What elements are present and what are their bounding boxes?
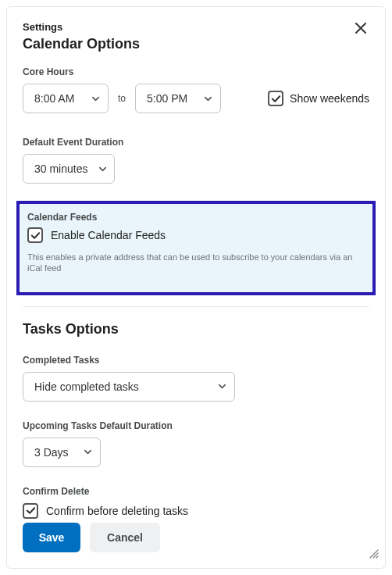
calendar-feeds-label: Calendar Feeds	[27, 212, 365, 223]
core-hours-start-select[interactable]: 8:00 AM	[23, 84, 109, 113]
core-hours-label: Core Hours	[23, 66, 369, 77]
settings-label: Settings	[23, 21, 140, 33]
enable-feeds-checkbox[interactable]	[27, 227, 43, 243]
completed-tasks-label: Completed Tasks	[23, 355, 369, 366]
dialog-footer: Save Cancel	[23, 523, 160, 552]
title-stack: Settings Calendar Options	[23, 21, 140, 66]
settings-dialog: Settings Calendar Options Core Hours 8:0…	[6, 6, 386, 569]
dialog-header: Settings Calendar Options	[23, 21, 369, 66]
upcoming-duration-select[interactable]: 3 Days	[23, 438, 101, 467]
chevron-down-icon	[218, 382, 226, 391]
confirm-delete-checkbox-label: Confirm before deleting tasks	[46, 505, 188, 517]
enable-feeds-row: Enable Calendar Feeds	[27, 227, 365, 243]
completed-tasks-value: Hide completed tasks	[34, 380, 139, 393]
close-button[interactable]	[352, 20, 369, 37]
resize-handle[interactable]	[368, 548, 379, 562]
confirm-delete-row: Confirm before deleting tasks	[23, 503, 369, 519]
core-hours-to-label: to	[118, 93, 126, 104]
show-weekends-label: Show weekends	[290, 92, 369, 105]
check-icon	[271, 94, 281, 104]
completed-tasks-select[interactable]: Hide completed tasks	[23, 372, 235, 402]
chevron-down-icon	[84, 448, 92, 456]
enable-feeds-label: Enable Calendar Feeds	[51, 229, 166, 241]
core-hours-end-select[interactable]: 5:00 PM	[135, 84, 221, 113]
default-duration-section: Default Event Duration 30 minutes	[23, 137, 369, 184]
default-duration-label: Default Event Duration	[23, 137, 369, 148]
feeds-description: This enables a private address that can …	[27, 252, 365, 274]
page-title: Calendar Options	[23, 36, 140, 52]
core-hours-end-value: 5:00 PM	[147, 92, 187, 105]
default-duration-select[interactable]: 30 minutes	[23, 154, 115, 184]
chevron-down-icon	[204, 95, 212, 103]
chevron-down-icon	[91, 95, 100, 103]
completed-tasks-section: Completed Tasks Hide completed tasks	[23, 355, 369, 402]
core-hours-start-value: 8:00 AM	[34, 92, 74, 105]
confirm-delete-section: Confirm Delete Confirm before deleting t…	[23, 486, 369, 519]
core-hours-row: 8:00 AM to 5:00 PM Show weekends	[23, 84, 369, 113]
default-duration-value: 30 minutes	[34, 162, 87, 175]
core-hours-section: Core Hours 8:00 AM to 5:00 PM Show weeke…	[23, 66, 369, 113]
upcoming-duration-section: Upcoming Tasks Default Duration 3 Days	[23, 420, 369, 467]
upcoming-duration-value: 3 Days	[34, 446, 69, 459]
show-weekends-group: Show weekends	[268, 91, 369, 106]
resize-icon	[368, 548, 379, 559]
tasks-heading: Tasks Options	[23, 321, 369, 338]
check-icon	[30, 230, 41, 241]
close-icon	[355, 23, 366, 34]
chevron-down-icon	[98, 165, 107, 173]
divider	[23, 306, 369, 307]
confirm-delete-label: Confirm Delete	[23, 486, 369, 497]
confirm-delete-checkbox[interactable]	[23, 503, 38, 519]
cancel-button[interactable]: Cancel	[90, 523, 160, 552]
upcoming-duration-label: Upcoming Tasks Default Duration	[23, 420, 369, 431]
save-button[interactable]: Save	[23, 523, 80, 552]
show-weekends-checkbox[interactable]	[268, 91, 283, 106]
calendar-feeds-section: Calendar Feeds Enable Calendar Feeds Thi…	[16, 201, 376, 295]
check-icon	[26, 505, 36, 516]
